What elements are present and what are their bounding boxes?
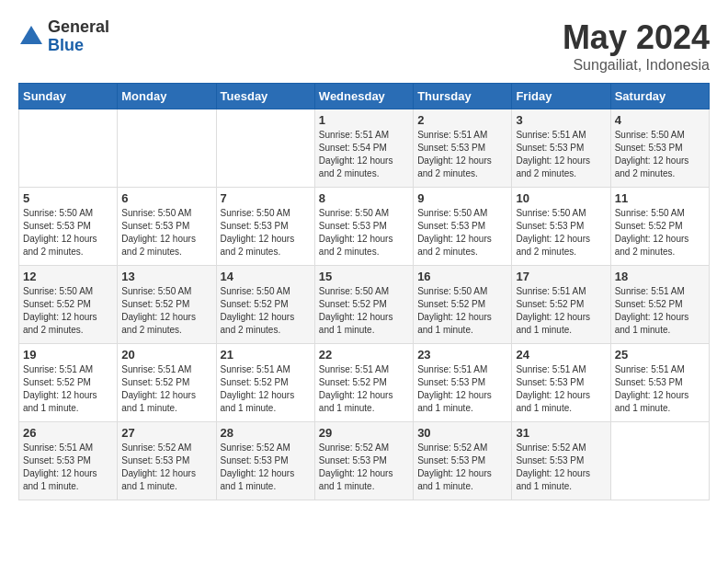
calendar-week-row: 26Sunrise: 5:51 AM Sunset: 5:53 PM Dayli… xyxy=(19,422,710,500)
calendar-week-row: 1Sunrise: 5:51 AM Sunset: 5:54 PM Daylig… xyxy=(19,109,710,188)
calendar-day-6: 6Sunrise: 5:50 AM Sunset: 5:53 PM Daylig… xyxy=(118,188,216,266)
calendar-day-21: 21Sunrise: 5:51 AM Sunset: 5:52 PM Dayli… xyxy=(216,344,314,422)
calendar-day-3: 3Sunrise: 5:51 AM Sunset: 5:53 PM Daylig… xyxy=(512,109,610,188)
calendar-day-11: 11Sunrise: 5:50 AM Sunset: 5:52 PM Dayli… xyxy=(610,188,709,266)
page-header: General Blue May 2024 Sungailiat, Indone… xyxy=(18,18,710,74)
logo-blue: Blue xyxy=(48,37,109,55)
calendar-day-24: 24Sunrise: 5:51 AM Sunset: 5:53 PM Dayli… xyxy=(512,344,610,422)
calendar-day-26: 26Sunrise: 5:51 AM Sunset: 5:53 PM Dayli… xyxy=(19,422,118,500)
calendar-day-29: 29Sunrise: 5:52 AM Sunset: 5:53 PM Dayli… xyxy=(314,422,413,500)
calendar-table: SundayMondayTuesdayWednesdayThursdayFrid… xyxy=(18,83,710,500)
calendar-day-18: 18Sunrise: 5:51 AM Sunset: 5:52 PM Dayli… xyxy=(610,266,709,344)
day-info: Sunrise: 5:51 AM Sunset: 5:52 PM Dayligh… xyxy=(121,363,211,415)
day-info: Sunrise: 5:52 AM Sunset: 5:53 PM Dayligh… xyxy=(121,442,211,493)
calendar-day-5: 5Sunrise: 5:50 AM Sunset: 5:53 PM Daylig… xyxy=(19,188,118,266)
day-info: Sunrise: 5:50 AM Sunset: 5:53 PM Dayligh… xyxy=(615,129,705,180)
calendar-day-31: 31Sunrise: 5:52 AM Sunset: 5:53 PM Dayli… xyxy=(512,422,610,500)
day-number: 26 xyxy=(23,426,113,440)
day-number: 15 xyxy=(319,270,409,283)
day-number: 6 xyxy=(121,191,211,205)
day-info: Sunrise: 5:52 AM Sunset: 5:53 PM Dayligh… xyxy=(221,442,311,493)
svg-rect-1 xyxy=(28,37,35,44)
calendar-day-25: 25Sunrise: 5:51 AM Sunset: 5:53 PM Dayli… xyxy=(610,344,709,422)
day-number: 3 xyxy=(516,113,606,127)
day-number: 2 xyxy=(417,113,507,127)
calendar-day-28: 28Sunrise: 5:52 AM Sunset: 5:53 PM Dayli… xyxy=(216,422,314,500)
day-info: Sunrise: 5:50 AM Sunset: 5:52 PM Dayligh… xyxy=(615,207,705,259)
calendar-day-7: 7Sunrise: 5:50 AM Sunset: 5:53 PM Daylig… xyxy=(216,188,314,266)
day-info: Sunrise: 5:51 AM Sunset: 5:53 PM Dayligh… xyxy=(516,129,606,180)
calendar-header-row: SundayMondayTuesdayWednesdayThursdayFrid… xyxy=(19,84,710,109)
day-info: Sunrise: 5:50 AM Sunset: 5:53 PM Dayligh… xyxy=(121,207,211,259)
location-subtitle: Sungailiat, Indonesia xyxy=(563,57,710,74)
calendar-empty-cell xyxy=(216,109,314,188)
day-number: 18 xyxy=(615,270,705,283)
calendar-empty-cell xyxy=(610,422,709,500)
day-info: Sunrise: 5:50 AM Sunset: 5:52 PM Dayligh… xyxy=(417,285,507,337)
day-info: Sunrise: 5:50 AM Sunset: 5:52 PM Dayligh… xyxy=(221,285,311,337)
day-info: Sunrise: 5:51 AM Sunset: 5:52 PM Dayligh… xyxy=(221,363,311,415)
day-number: 7 xyxy=(221,191,311,205)
day-number: 12 xyxy=(23,270,113,283)
day-number: 11 xyxy=(615,191,705,205)
header-cell-wednesday: Wednesday xyxy=(314,84,413,109)
calendar-week-row: 19Sunrise: 5:51 AM Sunset: 5:52 PM Dayli… xyxy=(19,344,710,422)
day-info: Sunrise: 5:50 AM Sunset: 5:53 PM Dayligh… xyxy=(23,207,113,259)
day-info: Sunrise: 5:51 AM Sunset: 5:52 PM Dayligh… xyxy=(516,285,606,337)
calendar-day-22: 22Sunrise: 5:51 AM Sunset: 5:52 PM Dayli… xyxy=(314,344,413,422)
day-info: Sunrise: 5:51 AM Sunset: 5:53 PM Dayligh… xyxy=(23,442,113,493)
day-number: 14 xyxy=(221,270,311,283)
day-number: 24 xyxy=(516,348,606,362)
calendar-day-16: 16Sunrise: 5:50 AM Sunset: 5:52 PM Dayli… xyxy=(414,266,512,344)
calendar-day-23: 23Sunrise: 5:51 AM Sunset: 5:53 PM Dayli… xyxy=(414,344,512,422)
title-block: May 2024 Sungailiat, Indonesia xyxy=(563,18,710,74)
header-cell-thursday: Thursday xyxy=(414,84,512,109)
day-info: Sunrise: 5:52 AM Sunset: 5:53 PM Dayligh… xyxy=(319,442,409,493)
day-info: Sunrise: 5:50 AM Sunset: 5:53 PM Dayligh… xyxy=(221,207,311,259)
day-number: 25 xyxy=(615,348,705,362)
day-info: Sunrise: 5:51 AM Sunset: 5:54 PM Dayligh… xyxy=(319,129,409,180)
calendar-day-10: 10Sunrise: 5:50 AM Sunset: 5:53 PM Dayli… xyxy=(512,188,610,266)
calendar-day-17: 17Sunrise: 5:51 AM Sunset: 5:52 PM Dayli… xyxy=(512,266,610,344)
day-info: Sunrise: 5:50 AM Sunset: 5:53 PM Dayligh… xyxy=(417,207,507,259)
day-number: 10 xyxy=(516,191,606,205)
day-number: 8 xyxy=(319,191,409,205)
day-number: 29 xyxy=(319,426,409,440)
header-cell-friday: Friday xyxy=(512,84,610,109)
header-cell-tuesday: Tuesday xyxy=(216,84,314,109)
calendar-empty-cell xyxy=(118,109,216,188)
calendar-day-13: 13Sunrise: 5:50 AM Sunset: 5:52 PM Dayli… xyxy=(118,266,216,344)
calendar-day-8: 8Sunrise: 5:50 AM Sunset: 5:53 PM Daylig… xyxy=(314,188,413,266)
day-info: Sunrise: 5:51 AM Sunset: 5:53 PM Dayligh… xyxy=(417,129,507,180)
day-number: 30 xyxy=(417,426,507,440)
header-cell-monday: Monday xyxy=(118,84,216,109)
month-title: May 2024 xyxy=(563,18,710,57)
day-number: 19 xyxy=(23,348,113,362)
calendar-day-2: 2Sunrise: 5:51 AM Sunset: 5:53 PM Daylig… xyxy=(414,109,512,188)
logo: General Blue xyxy=(18,18,109,55)
logo-icon xyxy=(18,24,44,50)
day-number: 21 xyxy=(221,348,311,362)
logo-general: General xyxy=(48,18,109,37)
calendar-day-9: 9Sunrise: 5:50 AM Sunset: 5:53 PM Daylig… xyxy=(414,188,512,266)
calendar-day-12: 12Sunrise: 5:50 AM Sunset: 5:52 PM Dayli… xyxy=(19,266,118,344)
day-info: Sunrise: 5:51 AM Sunset: 5:52 PM Dayligh… xyxy=(23,363,113,415)
day-number: 23 xyxy=(417,348,507,362)
calendar-week-row: 12Sunrise: 5:50 AM Sunset: 5:52 PM Dayli… xyxy=(19,266,710,344)
day-number: 27 xyxy=(121,426,211,440)
day-info: Sunrise: 5:50 AM Sunset: 5:52 PM Dayligh… xyxy=(23,285,113,337)
day-number: 31 xyxy=(516,426,606,440)
day-number: 17 xyxy=(516,270,606,283)
day-info: Sunrise: 5:50 AM Sunset: 5:52 PM Dayligh… xyxy=(319,285,409,337)
calendar-empty-cell xyxy=(19,109,118,188)
day-info: Sunrise: 5:50 AM Sunset: 5:52 PM Dayligh… xyxy=(121,285,211,337)
day-number: 4 xyxy=(615,113,705,127)
day-number: 1 xyxy=(319,113,409,127)
calendar-day-15: 15Sunrise: 5:50 AM Sunset: 5:52 PM Dayli… xyxy=(314,266,413,344)
day-number: 22 xyxy=(319,348,409,362)
day-info: Sunrise: 5:51 AM Sunset: 5:52 PM Dayligh… xyxy=(615,285,705,337)
day-number: 13 xyxy=(121,270,211,283)
calendar-day-4: 4Sunrise: 5:50 AM Sunset: 5:53 PM Daylig… xyxy=(610,109,709,188)
calendar-day-30: 30Sunrise: 5:52 AM Sunset: 5:53 PM Dayli… xyxy=(414,422,512,500)
calendar-day-19: 19Sunrise: 5:51 AM Sunset: 5:52 PM Dayli… xyxy=(19,344,118,422)
